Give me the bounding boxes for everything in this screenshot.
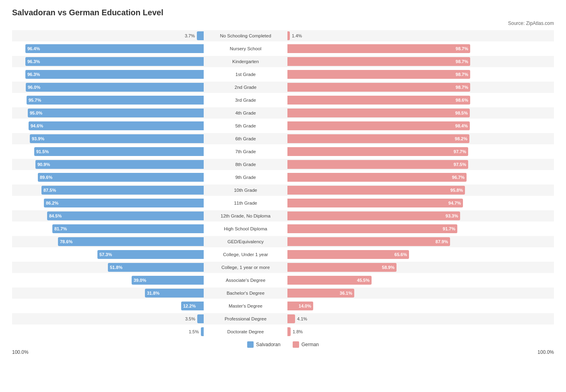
left-value-label: 96.3% bbox=[27, 72, 40, 77]
chart-row: 93.9% 6th Grade 98.2% bbox=[12, 133, 554, 144]
left-bar: 95.7% bbox=[27, 96, 204, 105]
chart-row: 96.0% 2nd Grade 98.7% bbox=[12, 82, 554, 93]
left-bar: 57.3% bbox=[97, 250, 204, 259]
left-bar bbox=[197, 31, 204, 40]
row-label: 9th Grade bbox=[205, 175, 286, 180]
right-bar-container: 93.3% bbox=[286, 211, 479, 220]
left-bar: 12.2% bbox=[181, 302, 204, 310]
right-bar-container: 94.7% bbox=[286, 199, 479, 207]
left-bar: 86.2% bbox=[44, 199, 204, 207]
source: Source: ZipAtlas.com bbox=[12, 21, 554, 26]
legend-salvadoran-label: Salvadoran bbox=[256, 342, 281, 347]
row-label: No Schooling Completed bbox=[205, 33, 286, 38]
left-bar: 96.4% bbox=[25, 44, 204, 53]
right-bar-container: 97.7% bbox=[286, 147, 479, 156]
left-value-label: 57.3% bbox=[99, 252, 112, 257]
left-bar: 90.9% bbox=[35, 160, 204, 169]
right-bar-container: 58.9% bbox=[286, 263, 479, 272]
chart-row: 39.0% Associate's Degree 45.5% bbox=[12, 275, 554, 286]
right-value-label: 97.5% bbox=[454, 162, 466, 167]
right-value-label: 4.1% bbox=[297, 316, 307, 321]
right-bar: 98.6% bbox=[287, 96, 470, 105]
right-value-label: 97.7% bbox=[454, 149, 466, 154]
row-label: GED/Equivalency bbox=[205, 239, 286, 244]
chart-row: 57.3% College, Under 1 year 65.6% bbox=[12, 249, 554, 260]
row-label: 8th Grade bbox=[205, 162, 286, 167]
right-value-label: 96.7% bbox=[452, 175, 465, 180]
left-value-label: 94.6% bbox=[31, 123, 43, 128]
right-bar-container: 98.7% bbox=[286, 57, 479, 66]
row-label: Master's Degree bbox=[205, 304, 286, 308]
left-bar-container: 39.0% bbox=[12, 276, 205, 285]
chart-title: Salvadoran vs German Education Level bbox=[12, 8, 554, 17]
row-label: 5th Grade bbox=[205, 123, 286, 128]
chart-row: 91.5% 7th Grade 97.7% bbox=[12, 146, 554, 157]
left-bar: 31.8% bbox=[145, 289, 204, 298]
right-value-label: 93.3% bbox=[446, 213, 458, 218]
left-bar-container: 3.5% bbox=[12, 314, 205, 323]
left-value-label: 31.8% bbox=[147, 291, 159, 296]
axis-right: 100.0% bbox=[537, 349, 554, 355]
legend-german-box bbox=[293, 341, 299, 348]
right-bar: 58.9% bbox=[287, 263, 397, 272]
right-bar-container: 45.5% bbox=[286, 276, 479, 285]
right-bar: 94.7% bbox=[287, 199, 463, 207]
row-label: 6th Grade bbox=[205, 136, 286, 141]
axis-labels: 100.0% 100.0% bbox=[12, 349, 554, 355]
right-bar-container: 98.7% bbox=[286, 70, 479, 79]
left-bar-container: 87.5% bbox=[12, 186, 205, 195]
row-label: Nursery School bbox=[205, 46, 286, 51]
right-bar-container: 96.7% bbox=[286, 173, 479, 182]
left-bar-container: 95.0% bbox=[12, 109, 205, 117]
left-value-label: 95.0% bbox=[30, 111, 42, 115]
row-label: Bachelor's Degree bbox=[205, 291, 286, 296]
left-value-label: 1.5% bbox=[189, 329, 199, 334]
left-bar: 95.0% bbox=[28, 109, 204, 117]
left-bar-container: 91.5% bbox=[12, 147, 205, 156]
right-bar-container: 95.8% bbox=[286, 186, 479, 195]
right-bar-container: 36.1% bbox=[286, 289, 479, 298]
row-label: 7th Grade bbox=[205, 149, 286, 154]
right-bar: 45.5% bbox=[287, 276, 372, 285]
left-bar: 93.9% bbox=[30, 134, 204, 143]
chart-row: 87.5% 10th Grade 95.8% bbox=[12, 185, 554, 196]
chart-row: 78.6% GED/Equivalency 87.9% bbox=[12, 236, 554, 247]
left-bar: 91.5% bbox=[34, 147, 204, 156]
right-value-label: 98.7% bbox=[456, 46, 468, 51]
left-value-label: 86.2% bbox=[46, 201, 58, 205]
right-bar: 98.7% bbox=[287, 70, 470, 79]
left-bar-container: 96.3% bbox=[12, 57, 205, 66]
right-bar: 91.7% bbox=[287, 224, 457, 233]
right-value-label: 65.6% bbox=[395, 252, 407, 257]
right-bar: 93.3% bbox=[287, 211, 460, 220]
row-label: 10th Grade bbox=[205, 188, 286, 193]
right-bar: 97.5% bbox=[287, 160, 468, 169]
left-value-label: 3.5% bbox=[185, 316, 195, 321]
row-label: College, 1 year or more bbox=[205, 265, 286, 270]
right-bar-container: 65.6% bbox=[286, 250, 479, 259]
right-bar: 98.7% bbox=[287, 83, 470, 92]
left-bar-container: 84.5% bbox=[12, 211, 205, 220]
legend-salvadoran: Salvadoran bbox=[247, 341, 281, 348]
row-label: Professional Degree bbox=[205, 316, 286, 321]
right-bar-container: 98.4% bbox=[286, 121, 479, 130]
left-bar: 96.3% bbox=[25, 57, 204, 66]
chart-row: 96.4% Nursery School 98.7% bbox=[12, 43, 554, 54]
left-bar-container: 3.7% bbox=[12, 31, 205, 40]
left-bar: 84.5% bbox=[47, 211, 204, 220]
right-bar: 98.7% bbox=[287, 44, 470, 53]
right-bar-container: 1.4% bbox=[286, 31, 479, 40]
chart-row: 95.0% 4th Grade 98.5% bbox=[12, 107, 554, 119]
left-bar-container: 81.7% bbox=[12, 224, 205, 233]
axis-left: 100.0% bbox=[12, 349, 29, 355]
left-bar bbox=[197, 314, 204, 323]
chart-row: 1.5% Doctorate Degree 1.8% bbox=[12, 326, 554, 337]
right-value-label: 98.2% bbox=[455, 136, 467, 141]
left-bar-container: 31.8% bbox=[12, 289, 205, 298]
chart-row: 51.8% College, 1 year or more 58.9% bbox=[12, 262, 554, 273]
chart-row: 95.7% 3rd Grade 98.6% bbox=[12, 94, 554, 106]
right-bar bbox=[287, 31, 290, 40]
right-bar-container: 98.7% bbox=[286, 44, 479, 53]
left-bar-container: 1.5% bbox=[12, 327, 205, 336]
right-value-label: 45.5% bbox=[357, 278, 370, 283]
